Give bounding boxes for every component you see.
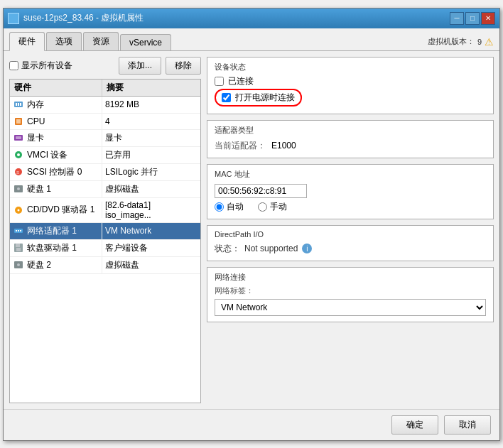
window-icon bbox=[8, 13, 19, 24]
show-all-label[interactable]: 显示所有设备 bbox=[9, 60, 72, 72]
current-adapter-label: 当前适配器： bbox=[215, 140, 266, 152]
svg-rect-22 bbox=[16, 248, 21, 251]
hardware-table: 硬件 摘要 内存 8192 MB CPU 4 bbox=[9, 79, 201, 403]
title-bar: suse-12ps2_83.46 - 虚拟机属性 ─ □ ✕ bbox=[4, 9, 499, 28]
network-label: 网络连接 bbox=[215, 272, 486, 283]
cddvd-icon bbox=[13, 204, 24, 216]
hw-summary: 虚拟磁盘 bbox=[102, 257, 200, 273]
info-icon[interactable]: i bbox=[302, 244, 312, 253]
connect-on-power-checkbox[interactable] bbox=[222, 93, 231, 102]
svg-point-13 bbox=[17, 187, 20, 190]
table-row[interactable]: 硬盘 1 虚拟磁盘 bbox=[10, 181, 200, 198]
directpath-status-value: Not supported bbox=[244, 244, 298, 253]
mac-input[interactable] bbox=[215, 184, 307, 198]
hw-name: CD/DVD 驱动器 1 bbox=[27, 204, 94, 216]
cancel-button[interactable]: 取消 bbox=[444, 415, 491, 435]
svg-point-15 bbox=[18, 209, 20, 211]
table-row[interactable]: VMCI 设备 已弃用 bbox=[10, 147, 200, 164]
connected-row: 已连接 bbox=[215, 75, 486, 87]
svg-rect-3 bbox=[20, 103, 21, 106]
vm-version-label: 虚拟机版本： bbox=[428, 36, 475, 47]
network-adapter-icon bbox=[13, 225, 24, 236]
svg-rect-17 bbox=[16, 230, 17, 231]
manual-radio-option[interactable]: 手动 bbox=[258, 201, 287, 213]
svg-point-24 bbox=[17, 263, 20, 266]
title-controls: ─ □ ✕ bbox=[450, 12, 495, 25]
minimize-button[interactable]: ─ bbox=[450, 12, 464, 25]
directpath-section: DirectPath I/O 状态： Not supported i bbox=[207, 225, 494, 261]
main-window: suse-12ps2_83.46 - 虚拟机属性 ─ □ ✕ 硬件 选项 资源 … bbox=[3, 8, 500, 441]
hw-name: 硬盘 1 bbox=[27, 183, 51, 195]
floppy-icon bbox=[13, 242, 24, 253]
hw-summary: 8192 MB bbox=[102, 97, 200, 111]
hw-summary: 4 bbox=[102, 114, 200, 129]
vm-version: 虚拟机版本： 9 ⚠ bbox=[428, 36, 494, 50]
table-row[interactable]: CPU 4 bbox=[10, 114, 200, 130]
mac-address-section: MAC 地址 自动 手动 bbox=[207, 164, 494, 219]
scsi-icon: S bbox=[13, 166, 24, 177]
top-controls: 显示所有设备 添加... 移除 bbox=[9, 57, 201, 75]
title-bar-left: suse-12ps2_83.46 - 虚拟机属性 bbox=[8, 12, 144, 24]
directpath-label: DirectPath I/O bbox=[215, 230, 486, 239]
svg-rect-21 bbox=[16, 244, 20, 247]
manual-label: 手动 bbox=[270, 201, 287, 213]
tab-resources[interactable]: 资源 bbox=[83, 32, 119, 50]
vmci-icon bbox=[13, 149, 24, 160]
tab-hardware[interactable]: 硬件 bbox=[9, 32, 45, 51]
mac-radio-row: 自动 手动 bbox=[215, 201, 486, 213]
manual-radio[interactable] bbox=[258, 202, 267, 212]
ok-button[interactable]: 确定 bbox=[391, 415, 438, 435]
table-row[interactable]: 硬盘 2 虚拟磁盘 bbox=[10, 257, 200, 274]
bottom-bar: 确定 取消 bbox=[4, 409, 499, 440]
connect-on-power-label: 打开电源时连接 bbox=[235, 92, 295, 104]
disk2-icon bbox=[13, 259, 24, 271]
header-hardware: 硬件 bbox=[10, 80, 102, 96]
network-dropdown[interactable]: VM Network bbox=[215, 299, 486, 316]
adapter-type-section: 适配器类型 当前适配器： E1000 bbox=[207, 120, 494, 158]
hw-summary: 客户端设备 bbox=[102, 240, 200, 256]
hw-name: 内存 bbox=[27, 99, 44, 111]
network-tag-label: 网络标签： bbox=[215, 285, 486, 296]
tab-options[interactable]: 选项 bbox=[46, 32, 82, 50]
show-all-checkbox[interactable] bbox=[9, 61, 18, 70]
table-row[interactable]: S SCSI 控制器 0 LSILogic 并行 bbox=[10, 164, 200, 181]
connected-label: 已连接 bbox=[228, 75, 254, 87]
network-section: 网络连接 网络标签： VM Network bbox=[207, 267, 494, 322]
warning-icon: ⚠ bbox=[485, 36, 494, 48]
vm-version-value: 9 bbox=[477, 38, 482, 46]
hw-name: VMCI 设备 bbox=[27, 149, 67, 161]
table-row[interactable]: 内存 8192 MB bbox=[10, 97, 200, 114]
auto-radio-option[interactable]: 自动 bbox=[215, 201, 244, 213]
hw-name: SCSI 控制器 0 bbox=[27, 166, 82, 178]
add-button[interactable]: 添加... bbox=[119, 57, 161, 75]
maximize-button[interactable]: □ bbox=[465, 12, 480, 25]
table-row[interactable]: CD/DVD 驱动器 1 [82.6-data1] iso_image... bbox=[10, 198, 200, 223]
hw-summary: 虚拟磁盘 bbox=[102, 181, 200, 197]
device-status-section: 设备状态 已连接 打开电源时连接 bbox=[207, 57, 494, 114]
svg-rect-2 bbox=[18, 103, 19, 106]
directpath-row: 状态： Not supported i bbox=[215, 243, 486, 255]
hw-summary: 显卡 bbox=[102, 130, 200, 146]
window-title: suse-12ps2_83.46 - 虚拟机属性 bbox=[23, 12, 144, 24]
hw-summary: VM Network bbox=[102, 224, 200, 238]
svg-rect-1 bbox=[16, 103, 17, 106]
hw-summary: 已弃用 bbox=[102, 147, 200, 163]
header-summary: 摘要 bbox=[102, 80, 200, 96]
connected-checkbox[interactable] bbox=[215, 77, 224, 86]
hw-name: 软盘驱动器 1 bbox=[27, 242, 77, 254]
gpu-icon bbox=[13, 132, 24, 143]
hw-name: 显卡 bbox=[27, 132, 44, 144]
auto-radio[interactable] bbox=[215, 202, 224, 212]
svg-point-9 bbox=[17, 153, 20, 156]
hw-name: 硬盘 2 bbox=[27, 259, 51, 271]
close-button[interactable]: ✕ bbox=[481, 12, 495, 25]
table-row[interactable]: 软盘驱动器 1 客户端设备 bbox=[10, 240, 200, 257]
svg-rect-7 bbox=[16, 136, 21, 139]
table-row[interactable]: 显卡 显卡 bbox=[10, 130, 200, 147]
svg-rect-5 bbox=[16, 119, 21, 124]
tab-vservice[interactable]: vService bbox=[120, 34, 171, 50]
table-row[interactable]: 网络适配器 1 VM Network bbox=[10, 223, 200, 240]
adapter-type-label: 适配器类型 bbox=[215, 125, 486, 136]
remove-button[interactable]: 移除 bbox=[166, 57, 201, 75]
hw-name: CPU bbox=[27, 116, 45, 126]
